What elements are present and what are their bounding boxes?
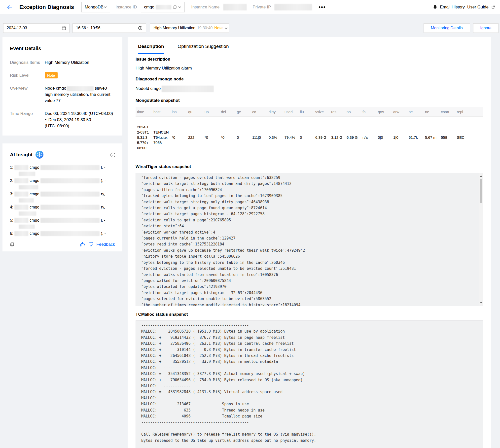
private-ip-redacted <box>274 4 312 10</box>
more-options-icon[interactable]: ••• <box>319 6 326 8</box>
event-select[interactable]: High Memory Utilization 19:30:40 Note <box>150 23 229 33</box>
mongostate-table: timehostins... qu...up...del... ge...co.… <box>136 107 483 158</box>
tcmalloc-title: TCMalloc status snapshot <box>136 312 483 317</box>
date-picker[interactable]: 2024-12-03 <box>3 23 70 33</box>
overview-value: Node cmgo slave0 high memory utilization… <box>45 85 115 104</box>
list-item: 6:cmgo), - <box>10 231 115 236</box>
chevron-down-icon <box>178 6 181 8</box>
info-icon[interactable] <box>110 152 115 158</box>
tab-description[interactable]: Description <box>138 44 164 54</box>
time-range-row: Time Range Dec 03, 2024 19:30:40 (UTC+08… <box>10 110 115 129</box>
diagnosis-items-row: Diagnosis Items High Memory Utilization <box>10 59 115 66</box>
ai-insight-card: AI Insight 1:cmgol, - <box>2 143 122 251</box>
list-item: 5:cmgol, - <box>10 218 115 229</box>
event-level: Note <box>214 26 223 30</box>
instance-id-redacted <box>156 5 171 9</box>
filter-bar: 2024-12-03 16:56 ~ 19:56 High Memory Uti… <box>3 23 499 33</box>
overview-label: Overview <box>10 85 45 104</box>
ignore-button[interactable]: Ignore <box>473 23 499 33</box>
list-item: 2:cmgo), - <box>10 178 115 189</box>
wiredtiger-snapshot-box: ″forced eviction - pages evicted that we… <box>136 173 483 306</box>
tcmalloc-snapshot-text: ----------------------------------------… <box>136 321 483 446</box>
thumbs-up-icon[interactable] <box>80 242 85 247</box>
diagnosed-node-title: Diagnosed mongo node <box>136 77 483 82</box>
tab-bar: Description Optimization Suggestion <box>128 37 491 54</box>
page-title: Exception Diagnosis <box>19 4 74 10</box>
scrollbar[interactable] <box>479 173 483 306</box>
node-id-text: NodeId cmgo <box>136 86 483 92</box>
external-link-icon[interactable] <box>491 5 495 9</box>
node-id-redacted <box>162 86 214 92</box>
event-time: 19:30:40 <box>197 26 213 30</box>
monitoring-details-button[interactable]: Monitoring Details <box>424 23 470 33</box>
instance-name-redacted <box>223 4 247 10</box>
tab-optimization-suggestion[interactable]: Optimization Suggestion <box>178 44 229 54</box>
table-header-row: timehostins... qu...up...del... ge...co.… <box>136 107 483 117</box>
clock-icon <box>138 26 143 30</box>
time-range-label: Time Range <box>10 110 45 129</box>
time-range-value: Dec 03, 2024 19:30:40 (UTC+08:00) ~ Dec … <box>45 110 115 129</box>
instance-id-prefix: cmgo <box>144 5 154 10</box>
time-range-picker[interactable]: 16:56 ~ 19:56 <box>72 23 146 33</box>
product-select-value: MongoDB <box>85 5 104 10</box>
scroll-up-icon[interactable] <box>480 175 482 177</box>
list-item: 1:cmgol, - <box>10 165 115 176</box>
issue-description-title: Issue description <box>136 57 483 62</box>
tcmalloc-snapshot-box: ----------------------------------------… <box>136 320 483 448</box>
list-item: 4:cmgory, <box>10 205 115 216</box>
overview-row: Overview Node cmgo slave0 high memory ut… <box>10 85 115 104</box>
list-item: 3:cmgory, <box>10 191 115 203</box>
event-details-card: Event Details Diagnosis Items High Memor… <box>2 37 122 136</box>
overview-redacted <box>67 86 94 91</box>
risk-level-label: Risk Level <box>10 72 45 78</box>
risk-level-row: Risk Level Note <box>10 72 115 78</box>
bell-icon[interactable] <box>433 5 437 9</box>
event-name: High Memory Utilization <box>153 26 195 30</box>
chevron-down-icon <box>224 27 228 29</box>
product-select[interactable]: MongoDB <box>81 2 110 12</box>
calendar-icon <box>62 26 66 30</box>
table-row: 2024-12-03T19:31:35.779+08:00TENCENT64.s… <box>136 117 483 158</box>
wiredtiger-snapshot-text: ″forced eviction - pages evicted that we… <box>136 173 483 306</box>
topbar: Exception Diagnosis MongoDB Instance ID … <box>0 0 500 14</box>
thumbs-down-icon[interactable] <box>88 242 93 247</box>
scroll-down-icon[interactable] <box>480 302 482 304</box>
email-history-link[interactable]: Email History <box>440 5 465 10</box>
mongostate-title: MongoState snapshot <box>136 98 483 103</box>
private-ip-label: Private IP <box>253 5 271 10</box>
instance-id-label: Instance ID <box>115 5 137 10</box>
date-value: 2024-12-03 <box>7 26 27 30</box>
chevron-down-icon <box>104 6 107 8</box>
copy-icon[interactable] <box>10 242 14 246</box>
time-range-value: 16:56 ~ 19:56 <box>76 26 100 30</box>
instance-name-label: Instance Name <box>191 5 219 10</box>
back-arrow-icon[interactable] <box>6 4 13 10</box>
ai-insight-title: AI Insight <box>10 152 33 158</box>
ai-logo-icon <box>35 150 44 159</box>
diagnosis-items-label: Diagnosis Items <box>10 59 45 66</box>
feedback-link[interactable]: Feedback <box>96 242 115 247</box>
diagnosis-main-card: Description Optimization Suggestion Issu… <box>128 37 491 448</box>
scrollbar-thumb[interactable] <box>480 179 482 203</box>
risk-level-badge: Note <box>45 72 58 78</box>
instance-id-select[interactable]: cmgo <box>141 2 185 12</box>
wiredtiger-title: WiredTiger status snapshot <box>136 164 483 169</box>
user-guide-link[interactable]: User Guide <box>467 5 489 10</box>
issue-description-text: High Memory Utilization alarm <box>136 66 483 71</box>
ai-insight-list: 1:cmgol, - 2:cmgo), - 3:cmgory, 4:cmgory… <box>10 165 115 236</box>
event-details-title: Event Details <box>10 46 115 51</box>
diagnosis-items-value: High Memory Utilization <box>45 59 115 66</box>
copy-icon[interactable] <box>173 5 177 9</box>
